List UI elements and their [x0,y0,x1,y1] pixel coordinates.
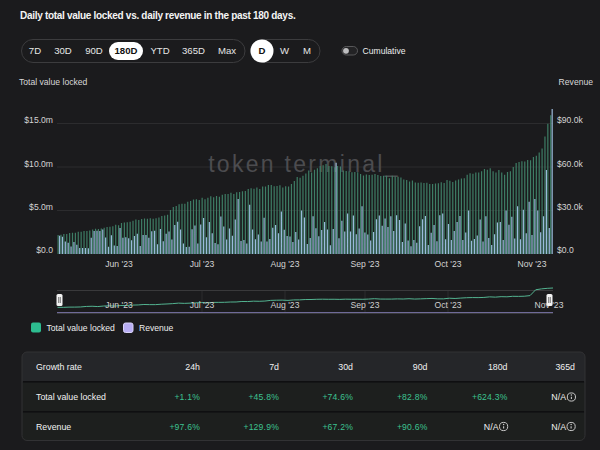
svg-text:$30.0k: $30.0k [557,202,584,212]
svg-text:D: D [259,45,266,56]
svg-text:Growth rate: Growth rate [36,362,82,372]
svg-text:Aug '23: Aug '23 [271,300,300,310]
svg-text:Total value locked: Total value locked [47,323,116,333]
svg-text:W: W [280,45,290,56]
svg-text:$60.0k: $60.0k [557,159,584,169]
svg-text:90D: 90D [85,45,103,56]
svg-text:Max: Max [218,45,236,56]
svg-text:+129.9%: +129.9% [243,422,279,432]
svg-text:N/A: N/A [551,392,566,402]
svg-text:+624.3%: +624.3% [472,392,508,402]
svg-text:180D: 180D [115,45,138,56]
svg-text:Nov '23: Nov '23 [518,259,547,269]
svg-text:7d: 7d [269,362,279,372]
svg-text:Total value locked: Total value locked [19,77,88,87]
svg-text:+82.8%: +82.8% [397,392,428,402]
svg-text:$15.0m: $15.0m [24,115,53,125]
svg-text:24h: 24h [185,362,200,372]
svg-text:365d: 365d [555,362,575,372]
svg-text:Revenue: Revenue [36,422,71,432]
svg-text:Sep '23: Sep '23 [351,300,380,310]
svg-text:Total value locked: Total value locked [36,392,106,402]
svg-text:$5.0m: $5.0m [29,202,53,212]
svg-text:+90.6%: +90.6% [397,422,428,432]
svg-text:Jul '23: Jul '23 [190,300,215,310]
svg-text:Jun '23: Jun '23 [105,300,133,310]
svg-text:+67.2%: +67.2% [322,422,353,432]
svg-text:7D: 7D [29,45,41,56]
svg-text:YTD: YTD [150,45,169,56]
svg-text:$10.0m: $10.0m [24,159,53,169]
svg-text:+45.8%: +45.8% [248,392,279,402]
svg-text:+74.6%: +74.6% [322,392,353,402]
svg-text:N/A: N/A [551,422,566,432]
svg-text:Revenue: Revenue [559,77,594,87]
svg-text:$90.0k: $90.0k [557,115,584,125]
svg-text:Cumulative: Cumulative [363,46,406,56]
svg-text:30d: 30d [338,362,353,372]
svg-text:Aug '23: Aug '23 [271,259,300,269]
svg-text:token terminal_: token terminal_ [208,151,400,177]
svg-text:+1.1%: +1.1% [174,392,200,402]
svg-text:Revenue: Revenue [139,323,174,333]
svg-text:90d: 90d [413,362,428,372]
svg-text:Sep '23: Sep '23 [351,259,380,269]
svg-text:$0.0: $0.0 [36,245,53,255]
svg-text:Jun '23: Jun '23 [105,259,133,269]
svg-text:Daily total value locked vs. d: Daily total value locked vs. daily reven… [20,10,296,21]
svg-text:Jul '23: Jul '23 [190,259,215,269]
svg-text:+97.6%: +97.6% [169,422,200,432]
svg-text:Oct '23: Oct '23 [435,300,462,310]
svg-text:180d: 180d [488,362,508,372]
svg-text:M: M [303,45,311,56]
svg-text:$0.0: $0.0 [557,245,574,255]
svg-text:Oct '23: Oct '23 [435,259,462,269]
svg-text:30D: 30D [54,45,72,56]
svg-text:N/A: N/A [484,422,499,432]
svg-text:365D: 365D [182,45,205,56]
